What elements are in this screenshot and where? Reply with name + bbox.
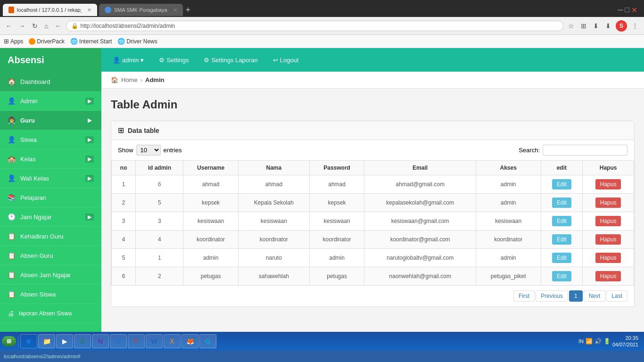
pagination-first[interactable]: First [513, 290, 535, 302]
search-input[interactable] [543, 145, 627, 156]
sidebar-item-absen-jam-ngajar[interactable]: 📋 Absen Jam Ngajar [0, 265, 101, 285]
prev-page-button[interactable]: ← [53, 21, 63, 31]
star-button[interactable]: ☆ [566, 21, 576, 31]
edit-button[interactable]: Edit [552, 253, 571, 263]
cell-username: kesiswaan [183, 212, 238, 230]
hapus-button[interactable]: Hapus [595, 216, 621, 226]
sidebar-item-guru[interactable]: 👨‍🏫 Guru ▶ [0, 111, 101, 130]
sidebar-item-pelajaran[interactable]: 📚 Pelajaran [0, 188, 101, 207]
sidebar-brand: Absensi [0, 48, 101, 72]
taskbar-ie[interactable]: e [20, 334, 37, 348]
bookmark-internet-start[interactable]: 🌐 Internet Start [70, 38, 112, 45]
entries-select[interactable]: 10 25 50 100 [136, 145, 161, 156]
inactive-tab[interactable]: SMA SMK Puragabaya ✕ [99, 4, 183, 16]
tab-close-2[interactable]: ✕ [173, 7, 177, 13]
taskbar-word[interactable]: W [146, 334, 163, 348]
sidebar-item-kehadiran-guru[interactable]: 📋 Kehadiran Guru [0, 227, 101, 246]
refresh-button[interactable]: ↻ [30, 21, 40, 31]
page-title: Table Admin [111, 98, 635, 111]
close-button[interactable]: ✕ [631, 6, 637, 15]
bookmarks-bar: ⊞ Apps DriverPack 🌐 Internet Start 🌐 Dri… [0, 35, 644, 48]
sidebar-item-jam-ngajar[interactable]: 🕐 Jam Ngajar ▶ [0, 207, 101, 227]
browser-chrome: localhost / 127.0.0.1 / rekap_ke... ✕ SM… [0, 0, 644, 48]
sidebar-item-laporan-absen-siswa[interactable]: 🖨 laporan Absen Siswa [0, 304, 101, 323]
settings-laporan-link[interactable]: ⚙ Settings Laporan [200, 54, 261, 66]
taskbar-powerpoint[interactable]: P [128, 334, 145, 348]
taskbar-excel[interactable]: X [74, 334, 91, 348]
sidebar-item-kelas[interactable]: 🏫 Kelas ▶ [0, 149, 101, 169]
card-header: ⊞ Data table [111, 121, 634, 140]
grid-button[interactable]: ⊞ [579, 21, 588, 31]
taskbar-xampp[interactable]: X [164, 334, 181, 348]
hapus-button[interactable]: Hapus [595, 271, 621, 281]
language-indicator: IN [578, 338, 584, 344]
cell-hapus: Hapus [583, 194, 634, 212]
taskbar-firefox[interactable]: 🦊 [182, 334, 198, 348]
sidebar-label-absen-jam-ngajar: Absen Jam Ngajar [20, 272, 71, 279]
menu-button[interactable]: ⋮ [630, 21, 640, 31]
sidebar-item-admin[interactable]: 👤 Admin ▶ [0, 91, 101, 111]
id-admin-link[interactable]: 6 [158, 181, 161, 188]
edit-button[interactable]: Edit [552, 179, 571, 189]
logout-link[interactable]: ↩ Logout [269, 54, 303, 66]
taskbar-garuda[interactable]: G [199, 334, 216, 348]
hapus-button[interactable]: Hapus [595, 179, 621, 189]
sidebar-item-wali-kelas[interactable]: 👤 Wali Kelas ▶ [0, 169, 101, 188]
sidebar-label-absen-guru: Absen Guru [20, 252, 53, 259]
sidebar-item-absen-guru[interactable]: 📋 Absen Guru [0, 246, 101, 265]
cell-edit: Edit [541, 175, 583, 194]
profile-button[interactable]: S [616, 20, 627, 32]
card-header-title: Data table [128, 127, 159, 134]
start-icon: ⊞ [7, 338, 11, 345]
forward-button[interactable]: → [17, 21, 27, 31]
tab-close-1[interactable]: ✕ [87, 7, 91, 13]
sidebar-item-absen-siswa[interactable]: 📋 Absen Siswa [0, 285, 101, 304]
taskbar-onenote[interactable]: N [92, 334, 109, 348]
hapus-button[interactable]: Hapus [595, 197, 621, 208]
user-icon: 👤 [113, 57, 120, 64]
screenshot-button[interactable]: ⬇ [591, 21, 601, 31]
bookmark-driverpack[interactable]: DriverPack [29, 38, 65, 45]
pagination-current[interactable]: 1 [569, 290, 583, 302]
maximize-button[interactable]: □ [625, 6, 629, 14]
cell-edit: Edit [541, 212, 583, 230]
settings-gear-icon: ⚙ [159, 57, 165, 64]
bookmark-apps[interactable]: ⊞ Apps [4, 38, 23, 45]
minimize-button[interactable]: ─ [618, 6, 623, 14]
taskbar-outlook[interactable]: O [110, 334, 127, 348]
sidebar-item-dashboard[interactable]: 🏠 Dashboard [0, 72, 101, 91]
sidebar-item-siswa[interactable]: 👤 Siswa ▶ [0, 130, 101, 149]
taskbar-media[interactable]: ▶ [56, 334, 73, 348]
hapus-button[interactable]: Hapus [595, 253, 621, 263]
taskbar: ⊞ e 📁 ▶ X N O P W X 🦊 G IN 📶 🔊 🔋 20:35 [0, 332, 644, 351]
bookmark-driver-news[interactable]: 🌐 Driver News [117, 38, 157, 45]
pagination-last[interactable]: Last [606, 290, 627, 302]
download-button[interactable]: ⬇ [603, 21, 613, 31]
edit-button[interactable]: Edit [552, 197, 571, 208]
taskbar-folder[interactable]: 📁 [38, 334, 55, 348]
cell-id-admin: 6 [136, 175, 183, 194]
col-akses: Akses [476, 161, 541, 175]
sidebar-label-laporan: laporan Absen Siswa [19, 310, 72, 317]
logout-icon: ↩ [273, 57, 278, 64]
cell-akses: kesiswaan [476, 212, 541, 230]
back-button[interactable]: ← [4, 21, 14, 31]
pagination-next[interactable]: Next [584, 290, 606, 302]
address-bar[interactable]: 🔒 http://localhost/absensi2/admin/admin [66, 21, 563, 31]
breadcrumb: 🏠 Home › Admin [101, 72, 644, 89]
pagination-previous[interactable]: Previous [536, 290, 568, 302]
settings-link[interactable]: ⚙ Settings [155, 54, 192, 66]
breadcrumb-home[interactable]: Home [121, 76, 138, 83]
new-tab-button[interactable]: + [186, 5, 191, 15]
id-admin-link[interactable]: 1 [158, 255, 161, 261]
edit-button[interactable]: Edit [552, 234, 571, 245]
admin-dropdown[interactable]: 👤 admin ▾ [109, 54, 148, 66]
edit-button[interactable]: Edit [552, 216, 571, 226]
home-button[interactable]: ⌂ [42, 21, 50, 31]
cell-email: kepalasekolah@gmail.com [364, 194, 476, 212]
active-tab[interactable]: localhost / 127.0.0.1 / rekap_ke... ✕ [3, 4, 97, 16]
start-button[interactable]: ⊞ [2, 336, 16, 346]
edit-button[interactable]: Edit [552, 271, 571, 281]
hapus-button[interactable]: Hapus [595, 234, 621, 245]
cell-email: narutoglobaltv@gmail.com [364, 249, 476, 267]
